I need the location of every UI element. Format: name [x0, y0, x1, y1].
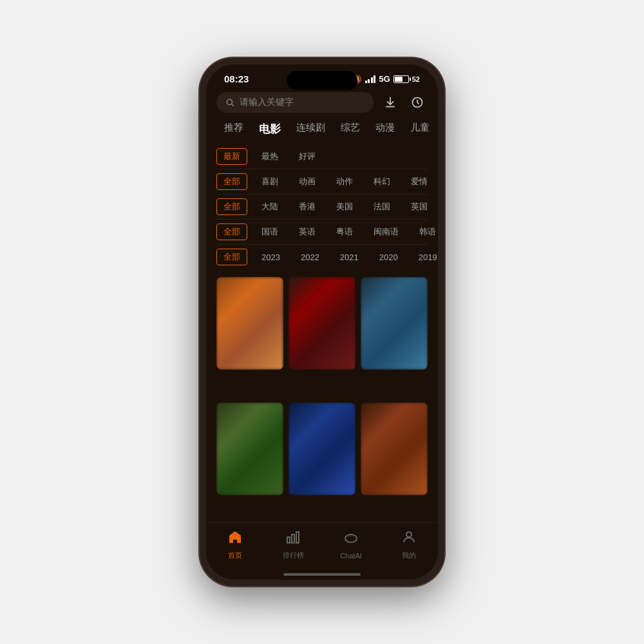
- tab-ranking-label: 排行榜: [283, 551, 304, 560]
- filter-year-2023[interactable]: 2023: [255, 251, 287, 264]
- filter-row-year: 全部 2023 2022 2021 2020 2019: [216, 245, 428, 269]
- history-button[interactable]: [407, 92, 428, 113]
- filter-region-france[interactable]: 法国: [367, 199, 397, 214]
- filter-year-all[interactable]: 全部: [216, 249, 247, 265]
- movie-grid: [206, 269, 438, 522]
- bottom-tab-bar: 首页 排行榜 ChatAI: [206, 522, 438, 573]
- filter-newest[interactable]: 最新: [216, 148, 247, 165]
- svg-point-0: [227, 99, 232, 104]
- filter-row-genre: 全部 喜剧 动画 动作 科幻 爱情 其: [216, 169, 428, 194]
- chatai-icon: [343, 531, 359, 550]
- svg-line-1: [232, 104, 234, 106]
- filter-row-sort: 最新 最热 好评: [216, 144, 428, 169]
- filter-region-uk[interactable]: 英国: [404, 199, 434, 214]
- movie-thumb-2[interactable]: [289, 277, 355, 370]
- filter-genre-action[interactable]: 动作: [330, 174, 359, 189]
- filter-lang-mandarin[interactable]: 国语: [255, 224, 285, 240]
- svg-rect-5: [292, 535, 294, 543]
- movie-thumb-6[interactable]: [361, 402, 428, 495]
- tab-profile[interactable]: 我的: [390, 529, 428, 560]
- search-bar: 请输入关键字: [206, 88, 438, 117]
- svg-point-11: [406, 532, 412, 537]
- battery-icon: [393, 75, 409, 83]
- search-input-wrap[interactable]: 请输入关键字: [216, 92, 374, 113]
- filter-genre-all[interactable]: 全部: [216, 173, 247, 190]
- filter-hottest[interactable]: 最热: [255, 149, 285, 164]
- filter-region-mainland[interactable]: 大陆: [255, 199, 285, 214]
- battery-level: 52: [412, 75, 420, 83]
- movie-thumb-4[interactable]: [216, 402, 283, 495]
- home-indicator: [283, 573, 361, 576]
- tab-home[interactable]: 首页: [216, 529, 254, 560]
- tab-ranking[interactable]: 排行榜: [274, 529, 312, 560]
- phone-frame: 08:23 🔕 5G 52: [200, 58, 444, 586]
- nav-tab-kids[interactable]: 儿童: [402, 119, 437, 139]
- filter-genre-animation[interactable]: 动画: [292, 174, 322, 189]
- filter-region-all[interactable]: 全部: [216, 198, 247, 215]
- search-icon: [225, 98, 234, 107]
- search-placeholder: 请输入关键字: [240, 97, 294, 108]
- filter-year-2021[interactable]: 2021: [334, 251, 365, 264]
- nav-tab-variety[interactable]: 综艺: [333, 119, 368, 139]
- profile-icon: [401, 529, 417, 549]
- tab-chatai-label: ChatAI: [340, 552, 362, 560]
- svg-point-7: [345, 535, 357, 542]
- filter-lang-korean[interactable]: 韩语: [413, 224, 438, 240]
- signal-bars: [365, 75, 376, 83]
- nav-tab-recommend[interactable]: 推荐: [216, 119, 251, 139]
- tab-profile-label: 我的: [402, 551, 416, 560]
- nav-tabs: 推荐 电影 连续剧 综艺 动漫 儿童: [206, 117, 438, 144]
- status-time: 08:23: [224, 73, 249, 84]
- battery-fill: [395, 77, 402, 82]
- filter-region-us[interactable]: 美国: [330, 199, 359, 214]
- home-icon: [227, 529, 243, 549]
- filter-year-2019[interactable]: 2019: [412, 251, 438, 264]
- download-button[interactable]: [380, 92, 401, 113]
- movie-thumb-5[interactable]: [289, 402, 355, 495]
- svg-rect-4: [287, 537, 290, 543]
- phone-screen: 08:23 🔕 5G 52: [206, 64, 438, 580]
- filter-genre-scifi[interactable]: 科幻: [367, 174, 397, 189]
- nav-tab-anime[interactable]: 动漫: [368, 119, 402, 139]
- tab-home-label: 首页: [228, 551, 242, 560]
- filter-best[interactable]: 好评: [292, 149, 322, 164]
- filter-section: 最新 最热 好评 全部 喜剧 动画 动作 科幻 爱情 其 全部 大陆 香港 美国…: [206, 144, 438, 269]
- ranking-icon: [285, 529, 301, 549]
- nav-tab-series[interactable]: 连续剧: [289, 119, 333, 139]
- filter-genre-romance[interactable]: 爱情: [404, 174, 434, 189]
- svg-rect-6: [296, 532, 299, 543]
- status-right: 🔕 5G 52: [352, 74, 420, 84]
- network-type: 5G: [379, 74, 390, 84]
- tab-chatai[interactable]: ChatAI: [332, 531, 370, 560]
- filter-lang-cantonese[interactable]: 粤语: [330, 224, 359, 240]
- filter-genre-comedy[interactable]: 喜剧: [255, 174, 285, 189]
- nav-tab-movie[interactable]: 电影: [251, 119, 289, 139]
- filter-lang-english[interactable]: 英语: [292, 224, 322, 240]
- filter-year-2022[interactable]: 2022: [294, 251, 326, 264]
- dynamic-island: [287, 71, 357, 90]
- filter-lang-hokkien[interactable]: 闽南语: [367, 224, 405, 240]
- filter-region-hk[interactable]: 香港: [292, 199, 322, 214]
- movie-thumb-3[interactable]: [361, 277, 428, 370]
- movie-thumb-1[interactable]: [216, 277, 283, 370]
- filter-year-2020[interactable]: 2020: [373, 251, 404, 264]
- filter-row-language: 全部 国语 英语 粤语 闽南语 韩语: [216, 220, 428, 245]
- filter-row-region: 全部 大陆 香港 美国 法国 英国 其: [216, 194, 428, 220]
- filter-lang-all[interactable]: 全部: [216, 223, 247, 240]
